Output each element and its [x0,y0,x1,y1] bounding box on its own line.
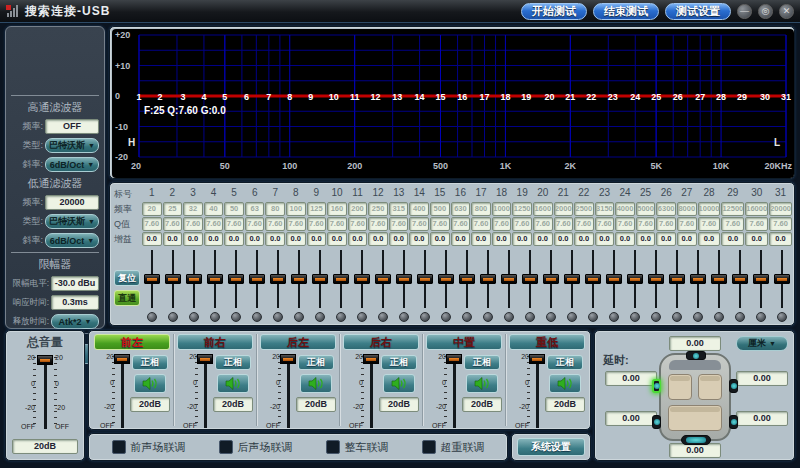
checkbox-icon[interactable] [112,440,126,454]
slider-handle[interactable] [270,274,286,284]
slider-handle[interactable] [396,274,412,284]
master-gain-field[interactable]: 20dB [12,439,78,454]
band-select-knob[interactable] [168,312,178,322]
band-select-knob[interactable] [273,312,283,322]
limiter-attack-field[interactable]: 0.3ms [51,295,99,310]
channel-volume-slider[interactable] [529,352,545,430]
eq-gain-slider[interactable] [458,249,476,309]
slider-handle[interactable] [585,274,601,284]
eq-gain-slider[interactable] [668,249,686,309]
band-gain-field[interactable]: 0.0 [769,232,792,246]
channel-phase-button[interactable]: 正相 [298,355,334,370]
minimize-button[interactable]: — [737,4,752,19]
channel-mute-button[interactable] [300,374,332,393]
eq-gain-slider[interactable] [542,249,560,309]
slider-handle[interactable] [228,274,244,284]
front-right-speaker-icon[interactable] [729,379,738,393]
close-button[interactable]: ✕ [779,4,794,19]
band-select-knob[interactable] [189,312,199,322]
band-select-knob[interactable] [483,312,493,322]
band-gain-field[interactable]: 0.0 [265,232,285,246]
band-select-knob[interactable] [231,312,241,322]
test-settings-button[interactable]: 测试设置 [665,3,731,20]
channel-select-button[interactable]: 后左 [260,334,336,350]
slider-handle[interactable] [522,274,538,284]
slider-handle[interactable] [459,274,475,284]
band-gain-field[interactable]: 0.0 [721,232,744,246]
band-gain-field[interactable]: 0.0 [636,232,656,246]
lpf-freq-field[interactable]: 20000 [45,195,99,210]
band-select-knob[interactable] [336,312,346,322]
band-gain-field[interactable]: 0.0 [204,232,224,246]
channel-phase-button[interactable]: 正相 [464,355,500,370]
band-gain-field[interactable]: 0.0 [327,232,347,246]
band-gain-field[interactable]: 0.0 [183,232,203,246]
slider-handle[interactable] [114,354,130,364]
eq-gain-slider[interactable] [143,249,161,309]
channel-gain-field[interactable]: 20dB [462,397,502,412]
band-select-knob[interactable] [525,312,535,322]
eq-gain-slider[interactable] [521,249,539,309]
slider-handle[interactable] [669,274,685,284]
eq-gain-slider[interactable] [227,249,245,309]
start-test-button[interactable]: 开始测试 [521,3,587,20]
slider-handle[interactable] [249,274,265,284]
band-gain-field[interactable]: 0.0 [492,232,512,246]
channel-gain-field[interactable]: 20dB [545,397,585,412]
band-select-knob[interactable] [252,312,262,322]
slider-handle[interactable] [417,274,433,284]
band-gain-field[interactable]: 0.0 [409,232,429,246]
stop-test-button[interactable]: 结束测试 [593,3,659,20]
channel-volume-slider[interactable] [280,352,296,430]
band-select-knob[interactable] [651,312,661,322]
band-select-knob[interactable] [399,312,409,322]
hpf-slope-select[interactable]: 6dB/Oct▼ [45,157,99,172]
slider-handle[interactable] [732,274,748,284]
eq-gain-slider[interactable] [773,249,791,309]
slider-handle[interactable] [774,274,790,284]
band-gain-field[interactable]: 0.0 [471,232,491,246]
band-gain-field[interactable]: 0.0 [430,232,450,246]
lpf-slope-select[interactable]: 6dB/Oct▼ [45,233,99,248]
slider-handle[interactable] [501,274,517,284]
band-gain-field[interactable]: 0.0 [512,232,532,246]
eq-gain-slider[interactable] [752,249,770,309]
eq-reset-button[interactable]: 复位 [114,270,140,286]
channel-phase-button[interactable]: 正相 [215,355,251,370]
slider-handle[interactable] [144,274,160,284]
delay-center-field[interactable]: 0.00 [669,336,721,351]
eq-gain-slider[interactable] [647,249,665,309]
slider-handle[interactable] [197,354,213,364]
band-select-knob[interactable] [735,312,745,322]
channel-gain-field[interactable]: 20dB [213,397,253,412]
slider-handle[interactable] [37,355,53,365]
channel-volume-slider[interactable] [363,352,379,430]
slider-handle[interactable] [186,274,202,284]
slider-handle[interactable] [690,274,706,284]
channel-select-button[interactable]: 后右 [343,334,419,350]
slider-handle[interactable] [753,274,769,284]
checkbox-icon[interactable] [422,440,436,454]
delay-rear-left-field[interactable]: 0.00 [605,411,657,426]
eq-gain-slider[interactable] [269,249,287,309]
hpf-type-select[interactable]: 巴特沃斯▼ [45,138,99,153]
band-gain-field[interactable]: 0.0 [245,232,265,246]
slider-handle[interactable] [280,354,296,364]
center-speaker-icon[interactable] [686,351,706,360]
band-select-knob[interactable] [147,312,157,322]
eq-gain-slider[interactable] [689,249,707,309]
link-checkbox[interactable]: 超重联调 [422,440,485,455]
channel-gain-field[interactable]: 20dB [296,397,336,412]
slider-handle[interactable] [606,274,622,284]
hpf-freq-field[interactable]: OFF [45,119,99,134]
band-select-knob[interactable] [756,312,766,322]
band-select-knob[interactable] [777,312,787,322]
slider-handle[interactable] [207,274,223,284]
eq-gain-slider[interactable] [710,249,728,309]
slider-handle[interactable] [375,274,391,284]
band-select-knob[interactable] [567,312,577,322]
band-select-knob[interactable] [630,312,640,322]
slider-handle[interactable] [291,274,307,284]
master-volume-slider[interactable] [37,353,53,431]
band-select-knob[interactable] [693,312,703,322]
